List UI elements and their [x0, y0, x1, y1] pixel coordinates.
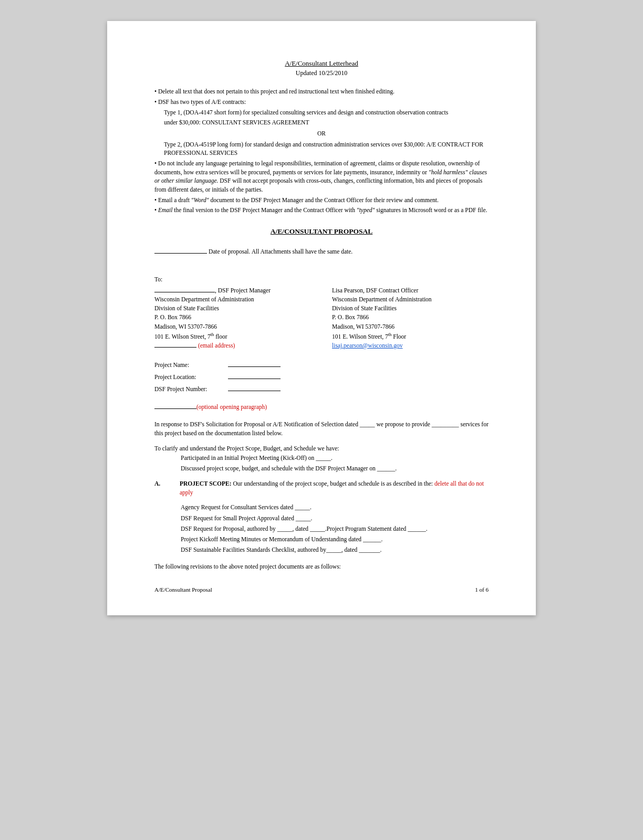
project-name-label: Project Name: [154, 360, 228, 371]
instruction-type2: Type 2, (DOA-4519P long form) for standa… [164, 140, 489, 158]
section-a-content: PROJECT SCOPE: Our understanding of the … [180, 479, 489, 497]
address-right: Lisa Pearson, DSF Contract Officer Wisco… [332, 286, 489, 351]
or-divider: OR [154, 129, 489, 138]
address-left-email: (email address) [154, 341, 311, 350]
bullet5-email: Email [158, 207, 172, 213]
date-blank [154, 253, 207, 254]
bullet5-mid: the final version to the DSF Project Man… [172, 207, 356, 213]
scope-item-1: Agency Request for Consultant Services d… [181, 503, 489, 512]
section-a: A. PROJECT SCOPE: Our understanding of t… [154, 479, 489, 497]
project-name-blank [228, 366, 281, 367]
project-name-row: Project Name: [154, 360, 489, 371]
to-section: To: , DSF Project Manager Wisconsin Depa… [154, 275, 489, 350]
project-location-blank [228, 379, 281, 379]
instructions-block: • Delete all text that does not pertain … [154, 87, 489, 215]
address-columns: , DSF Project Manager Wisconsin Departme… [154, 286, 489, 351]
project-location-row: Project Location: [154, 372, 489, 383]
address-right-email: lisaj.pearson@wisconsin.gov [332, 341, 489, 350]
bullet5-pre: • [154, 207, 158, 213]
body-para1-text1: In response to DSF's Solicitation for Pr… [154, 421, 459, 427]
section-a-label: A. [154, 479, 173, 497]
project-info: Project Name: Project Location: DSF Proj… [154, 360, 489, 394]
body-para-2: To clarify and understand the Project Sc… [154, 444, 489, 473]
address-right-line5: Madison, WI 53707-7866 [332, 322, 489, 331]
instruction-bullet3: • Do not include any language pertaining… [154, 159, 489, 194]
instruction-line-2: • DSF has two types of A/E contracts: [154, 98, 489, 107]
optional-para: (optional opening paragraph) [154, 403, 489, 412]
instruction-type1-continuation: under $30,000: CONSULTANT SERVICES AGREE… [164, 118, 489, 127]
email-label: (email address) [196, 342, 235, 349]
header-title: A/E/Consultant Letterhead [154, 59, 489, 69]
address-left-line4: P. O. Box 7866 [154, 313, 311, 322]
document-page: A/E/Consultant Letterhead Updated 10/25/… [107, 21, 536, 615]
instruction-type1: Type 1, (DOA-4147 short form) for specia… [164, 108, 489, 117]
proposal-title: A/E/CONSULTANT PROPOSAL [154, 226, 489, 237]
date-text: Date of proposal. All Attachments shall … [207, 248, 352, 255]
section-a-normal: Our understanding of the project scope, … [233, 480, 434, 487]
bullet4-pre: • Email a draft [154, 197, 191, 203]
bullet5-post: signatures in Microsoft word or as a PDF… [375, 207, 487, 213]
body-para2-text: To clarify and understand the Project Sc… [154, 445, 339, 452]
project-location-label: Project Location: [154, 372, 228, 383]
document-header: A/E/Consultant Letterhead Updated 10/25/… [154, 59, 489, 78]
address-right-floor: Floor [391, 333, 406, 340]
address-left-line3: Division of State Facilities [154, 304, 311, 313]
address-right-line1: Lisa Pearson, DSF Contract Officer [332, 286, 489, 295]
address-left-line1: , DSF Project Manager [154, 286, 311, 295]
address-left-street: 101 E. Wilson Street, 7 [154, 333, 211, 340]
address-right-street: 101 E. Wilson Street, 7 [332, 333, 388, 340]
date-line: Date of proposal. All Attachments shall … [154, 247, 489, 256]
email-blank [154, 347, 196, 348]
type2-text: Type 2, (DOA-4519P long form) for standa… [164, 141, 483, 156]
address-right-line4: P. O. Box 7866 [332, 313, 489, 322]
project-number-blank [228, 391, 281, 391]
scope-items: Agency Request for Consultant Services d… [154, 503, 489, 554]
section-a-bold: PROJECT SCOPE: [180, 480, 233, 487]
address-left-line2: Wisconsin Department of Administration [154, 295, 311, 304]
email-link: lisaj.pearson@wisconsin.gov [332, 342, 403, 349]
bullet4-word: "Word" [191, 197, 209, 203]
page-footer: A/E/Consultant Proposal 1 of 6 [154, 586, 489, 594]
body-para2-indent2: Discussed project scope, budget, and sch… [181, 464, 489, 473]
project-number-row: DSF Project Number: [154, 384, 489, 395]
body-para-1: In response to DSF's Solicitation for Pr… [154, 420, 489, 438]
optional-blank [154, 408, 196, 409]
address-left-floor: floor [214, 333, 227, 340]
footer-left: A/E/Consultant Proposal [154, 586, 212, 594]
optional-text: (optional opening paragraph) [196, 404, 267, 410]
scope-item-2: DSF Request for Small Project Approval d… [181, 514, 489, 523]
instruction-line-1: • Delete all text that does not pertain … [154, 87, 489, 96]
address-left: , DSF Project Manager Wisconsin Departme… [154, 286, 311, 351]
name-blank [154, 292, 215, 292]
instruction-bullet5: • Email the final version to the DSF Pro… [154, 206, 489, 215]
address-right-line3: Division of State Facilities [332, 304, 489, 313]
address-left-line6: 101 E. Wilson Street, 7th floor [154, 331, 311, 341]
address-left-title: , DSF Project Manager [215, 287, 271, 293]
scope-item-3: DSF Request for Proposal, authored by __… [181, 524, 489, 533]
following-revisions: The following revisions to the above not… [154, 562, 489, 571]
address-left-line5: Madison, WI 53707-7866 [154, 322, 311, 331]
header-subtitle: Updated 10/25/2010 [154, 69, 489, 78]
scope-item-4: Project Kickoff Meeting Minutes or Memor… [181, 535, 489, 544]
instruction-bullet4: • Email a draft "Word" document to the D… [154, 196, 489, 205]
bullet5-typed: "typed" [357, 207, 375, 213]
footer-right: 1 of 6 [475, 586, 489, 594]
scope-item-5: DSF Sustainable Facilities Standards Che… [181, 545, 489, 554]
bullet4-post: document to the DSF Project Manager and … [209, 197, 439, 203]
type1-text: Type 1, (DOA-4147 short form) for specia… [164, 109, 448, 116]
project-number-label: DSF Project Number: [154, 384, 228, 395]
address-right-line6: 101 E. Wilson Street, 7th Floor [332, 331, 489, 341]
to-label: To: [154, 275, 489, 284]
body-para2-indent1: Participated in an Initial Project Meeti… [181, 454, 489, 463]
address-right-line2: Wisconsin Department of Administration [332, 295, 489, 304]
